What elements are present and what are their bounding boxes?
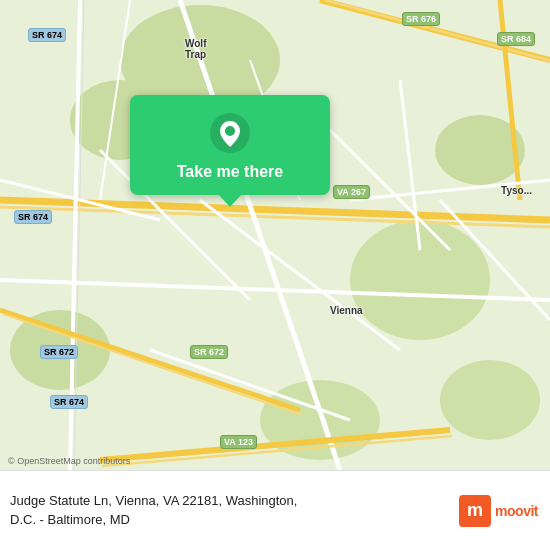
place-label-vienna: Vienna [330, 305, 363, 316]
road-badge-sr674-top: SR 674 [28, 28, 66, 42]
road-badge-sr672-2: SR 672 [190, 345, 228, 359]
moovit-logo: m moovit [459, 495, 538, 527]
address-text: Judge Statute Ln, Vienna, VA 22181, Wash… [10, 492, 297, 528]
road-badge-sr684: SR 684 [497, 32, 535, 46]
road-badge-va123: VA 123 [220, 435, 257, 449]
map-container: SR 674 SR 676 SR 684 SR 674 VA 267 SR 67… [0, 0, 550, 470]
location-pin-icon [210, 113, 250, 153]
road-badge-va267: VA 267 [333, 185, 370, 199]
road-badge-sr676: SR 676 [402, 12, 440, 26]
osm-credit: © OpenStreetMap contributors [8, 456, 130, 466]
moovit-letter: m [459, 495, 491, 527]
bottom-bar: Judge Statute Ln, Vienna, VA 22181, Wash… [0, 470, 550, 550]
place-label-wolf-trap: WolfTrap [185, 38, 206, 60]
map-popup[interactable]: Take me there [130, 95, 330, 195]
svg-point-32 [225, 126, 235, 136]
place-label-tysons: Tyso... [501, 185, 532, 196]
road-badge-sr674-bot: SR 674 [50, 395, 88, 409]
road-badge-sr674-mid: SR 674 [14, 210, 52, 224]
road-badge-sr672: SR 672 [40, 345, 78, 359]
moovit-wordmark: moovit [495, 503, 538, 519]
popup-label: Take me there [177, 163, 283, 181]
svg-point-7 [440, 360, 540, 440]
